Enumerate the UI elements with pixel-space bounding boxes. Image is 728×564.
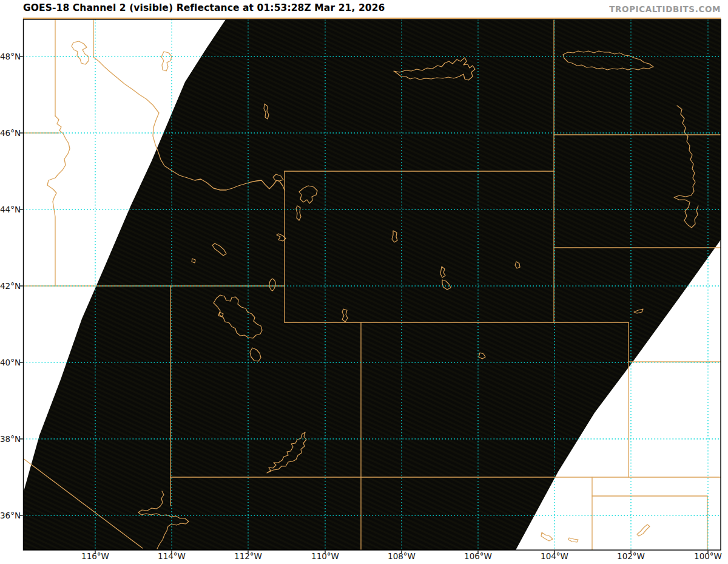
lon-tick-label: 114°W bbox=[152, 551, 191, 561]
lat-tick-label: 40°N bbox=[0, 358, 20, 367]
lon-tick-label: 112°W bbox=[229, 551, 268, 561]
lon-tick-label: 108°W bbox=[382, 551, 421, 561]
lon-tick-label: 100°W bbox=[689, 551, 727, 561]
screenshot-page: GOES-18 Channel 2 (visible) Reflectance … bbox=[0, 0, 728, 564]
lat-tick-label: 38°N bbox=[0, 434, 20, 444]
lon-tick-label: 116°W bbox=[76, 551, 115, 561]
lat-tick-label: 46°N bbox=[0, 128, 20, 138]
lat-tick-label: 36°N bbox=[0, 511, 20, 520]
lat-tick-label: 42°N bbox=[0, 281, 20, 291]
lat-tick-label: 48°N bbox=[0, 52, 20, 61]
lon-tick-label: 104°W bbox=[535, 551, 574, 561]
lat-tick-label: 44°N bbox=[0, 205, 20, 214]
satellite-map bbox=[0, 0, 728, 564]
lon-tick-label: 102°W bbox=[612, 551, 650, 561]
lon-tick-label: 106°W bbox=[459, 551, 497, 561]
lon-tick-label: 110°W bbox=[306, 551, 345, 561]
